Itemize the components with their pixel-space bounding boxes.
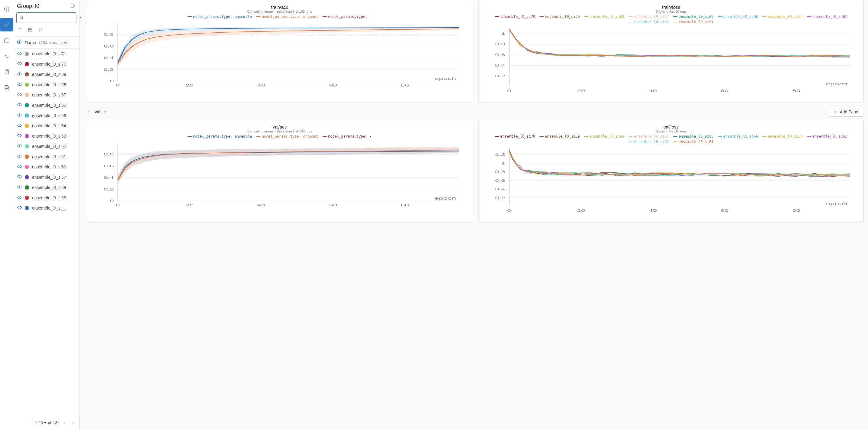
run-row[interactable]: ⋮ ensemble_l0_si57 xyxy=(13,172,80,182)
table-icon[interactable] xyxy=(0,34,13,47)
legend-item[interactable]: model_params.type: - xyxy=(322,15,372,19)
filter-icon[interactable] xyxy=(18,28,22,33)
drag-handle-icon[interactable]: ⋮ xyxy=(13,72,17,77)
visibility-icon[interactable] xyxy=(17,113,22,118)
legend-item[interactable]: ensemble_l0_si64 xyxy=(762,15,803,19)
visibility-icon[interactable] xyxy=(17,133,22,139)
svg-line-13 xyxy=(22,19,23,19)
database-icon[interactable] xyxy=(0,81,13,94)
info-icon[interactable] xyxy=(0,2,13,16)
legend-item[interactable]: ensemble_l0_si62 xyxy=(628,140,669,144)
legend-item[interactable]: ensemble_l0_si67 xyxy=(628,134,669,139)
files-icon[interactable] xyxy=(0,65,13,79)
panel-train-acc[interactable]: train/accComputing group metrics from fi… xyxy=(87,0,472,103)
svg-rect-17 xyxy=(29,28,32,31)
pager-prev[interactable]: ‹ xyxy=(61,419,68,426)
visibility-icon[interactable] xyxy=(17,195,22,200)
svg-text:40: 40 xyxy=(649,89,657,92)
chart-legend: model_params.type: ensemblemodel_params.… xyxy=(94,134,465,139)
panel-train-loss[interactable]: train/lossShowing first 10 runsensemble_… xyxy=(478,0,864,103)
terminal-icon[interactable] xyxy=(0,50,13,63)
legend-item[interactable]: ensemble_l0_si65 xyxy=(673,134,714,139)
run-name: ensemble_l0_si62 xyxy=(32,144,66,149)
visibility-icon[interactable] xyxy=(17,61,22,67)
visibility-icon[interactable] xyxy=(17,123,22,128)
legend-item[interactable]: ensemble_l0_si63 xyxy=(807,134,847,139)
legend-item[interactable]: ensemble_l0_si61 xyxy=(673,20,714,24)
group-icon[interactable] xyxy=(28,28,33,33)
svg-text:0.4: 0.4 xyxy=(103,176,114,179)
svg-text:80: 80 xyxy=(792,209,800,212)
chart-subtitle: Showing first 10 runs xyxy=(485,10,857,13)
panel-val-acc[interactable]: val/accComputing group metrics from firs… xyxy=(87,120,472,223)
workspace-charts-icon[interactable] xyxy=(0,18,13,31)
legend-item[interactable]: ensemble_l0_si68 xyxy=(584,15,625,19)
legend-item[interactable]: model_params.type: - xyxy=(322,134,372,139)
search-input[interactable]: .* xyxy=(16,12,76,23)
legend-item[interactable]: model_params.type: dropout xyxy=(256,15,318,19)
run-row[interactable]: ⋮ ensemble_l0_si58 xyxy=(13,193,80,203)
visibility-icon[interactable] xyxy=(17,164,22,170)
legend-item[interactable]: ensemble_l0_si70 xyxy=(495,15,535,19)
run-row[interactable]: ⋮ ensemble_l0_si65 xyxy=(13,100,80,110)
svg-text:20: 20 xyxy=(577,209,585,212)
run-row[interactable]: ⋮ ensemble_l0_si64 xyxy=(13,121,80,131)
run-row[interactable]: ⋮ ensemble_l0_si60 xyxy=(13,162,80,172)
run-list[interactable]: ⋮ ensemble_l0_si71 ⋮ ensemble_l0_si70 ⋮ … xyxy=(13,49,80,430)
legend-item[interactable]: ensemble_l0_si68 xyxy=(584,134,625,139)
legend-item[interactable]: model_params.type: ensemble xyxy=(188,134,252,139)
svg-text:60: 60 xyxy=(329,83,337,87)
legend-item[interactable]: ensemble_l0_si66 xyxy=(718,15,758,19)
legend-item[interactable]: ensemble_l0_si67 xyxy=(628,15,669,19)
svg-text:20: 20 xyxy=(577,89,585,92)
legend-item[interactable]: model_params.type: dropout xyxy=(256,134,318,139)
name-column-header: Name xyxy=(25,40,36,45)
svg-point-23 xyxy=(19,53,20,54)
legend-item[interactable]: ensemble_l0_si63 xyxy=(807,15,847,19)
pager-range[interactable]: 1-20 ▾ xyxy=(35,420,46,425)
run-row[interactable]: ⋮ ensemble_l0_si__ xyxy=(13,203,80,213)
run-row[interactable]: ⋮ ensemble_l0_si59 xyxy=(13,182,80,193)
svg-text:0.8: 0.8 xyxy=(103,152,114,156)
run-row[interactable]: ⋮ ensemble_l0_si61 xyxy=(13,151,80,162)
run-row[interactable]: ⋮ ensemble_l0_si70 xyxy=(13,59,80,69)
visibility-icon[interactable] xyxy=(17,154,22,160)
run-row[interactable]: ⋮ ensemble_l0_si67 xyxy=(13,90,80,100)
legend-item[interactable]: model_params.type: ensemble xyxy=(188,15,252,19)
add-panel-button[interactable]: ＋ Add Panel xyxy=(830,107,863,117)
list-header[interactable]: Name (184 visualized) xyxy=(13,36,80,49)
visibility-icon[interactable] xyxy=(17,144,22,149)
legend-item[interactable]: ensemble_l0_si65 xyxy=(673,15,714,19)
legend-item[interactable]: ensemble_l0_si64 xyxy=(762,134,803,139)
visibility-icon[interactable] xyxy=(17,92,22,98)
visibility-icon[interactable] xyxy=(17,71,22,77)
run-row[interactable]: ⋮ ensemble_l0_si71 xyxy=(13,49,80,59)
legend-item[interactable]: ensemble_l0_si69 xyxy=(539,134,580,139)
run-row[interactable]: ⋮ ensemble_l0_si66 xyxy=(13,110,80,121)
run-row[interactable]: ⋮ ensemble_l0_si63 xyxy=(13,131,80,141)
section-toggle-icon[interactable] xyxy=(88,110,91,114)
visibility-icon[interactable] xyxy=(17,174,22,180)
legend-item[interactable]: ensemble_l0_si61 xyxy=(673,140,714,144)
svg-text:20: 20 xyxy=(185,203,194,207)
run-row[interactable]: ⋮ ensemble_l0_si69 xyxy=(13,69,80,80)
run-row[interactable]: ⋮ ensemble_l0_si68 xyxy=(13,80,80,90)
run-row[interactable]: ⋮ ensemble_l0_si62 xyxy=(13,141,80,151)
sort-icon[interactable] xyxy=(38,28,43,33)
visibility-all-icon[interactable] xyxy=(17,39,22,45)
pager-next[interactable]: › xyxy=(70,419,76,426)
legend-item[interactable]: ensemble_l0_si66 xyxy=(718,134,758,139)
run-name: ensemble_l0_si68 xyxy=(32,82,66,87)
legend-item[interactable]: ensemble_l0_si70 xyxy=(495,134,535,139)
visibility-icon[interactable] xyxy=(17,82,22,87)
visibility-icon[interactable] xyxy=(17,51,22,57)
columns-icon[interactable] xyxy=(70,3,76,9)
legend-item[interactable]: ensemble_l0_si62 xyxy=(628,20,669,24)
svg-point-24 xyxy=(19,63,20,64)
visibility-icon[interactable] xyxy=(17,205,22,211)
visibility-icon[interactable] xyxy=(17,103,22,108)
panel-val-loss[interactable]: val/lossShowing first 10 runsensemble_l0… xyxy=(478,120,864,223)
svg-text:0.4: 0.4 xyxy=(103,56,114,60)
visibility-icon[interactable] xyxy=(17,185,22,190)
legend-item[interactable]: ensemble_l0_si69 xyxy=(539,15,580,19)
